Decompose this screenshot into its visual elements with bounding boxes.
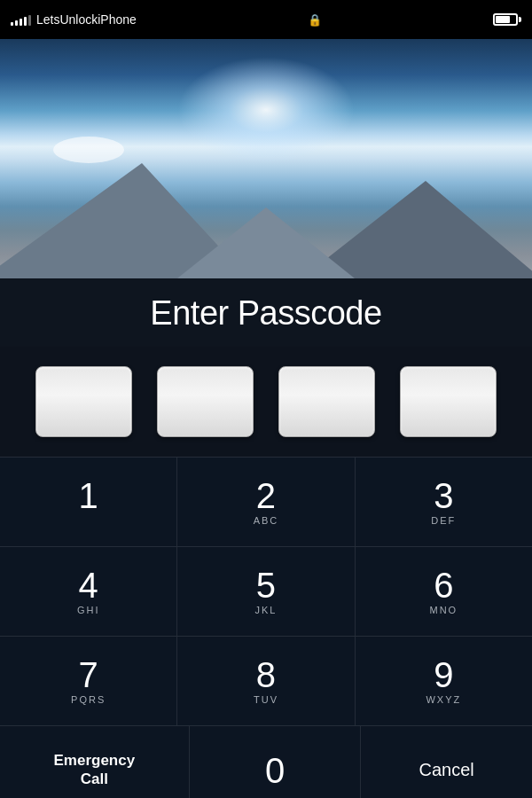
page-title: Enter Passcode (18, 294, 514, 332)
key-0-number: 0 (265, 753, 285, 788)
mountain-mid (177, 207, 355, 278)
passcode-entry-row (0, 347, 532, 457)
passcode-box-4 (400, 366, 497, 437)
key-2-letters: ABC (254, 515, 279, 526)
key-1-number: 1 (79, 478, 98, 513)
key-3-number: 3 (434, 478, 453, 513)
key-8[interactable]: 8 TUV (177, 637, 355, 725)
battery-icon (493, 13, 521, 26)
battery-fill (496, 16, 510, 23)
key-9[interactable]: 9 WXYZ (356, 637, 532, 725)
key-8-letters: TUV (254, 694, 278, 705)
signal-bar-2 (15, 20, 18, 26)
key-4-number: 4 (79, 567, 98, 603)
passcode-box-3 (278, 366, 375, 437)
key-4[interactable]: 4 GHI (0, 547, 177, 636)
snow-highlight (53, 137, 124, 163)
cancel-label: Cancel (419, 760, 474, 780)
key-3[interactable]: 3 DEF (356, 458, 532, 546)
battery-tip (519, 17, 521, 22)
key-7[interactable]: 7 PQRS (0, 637, 177, 725)
battery-body (493, 13, 518, 26)
keypad-row-1: 1 2 ABC 3 DEF (0, 457, 532, 546)
signal-bars (11, 13, 31, 26)
signal-bar-1 (11, 22, 13, 26)
sun-glow (177, 57, 355, 163)
title-area: Enter Passcode (0, 278, 532, 347)
signal-bar-5 (28, 15, 31, 26)
signal-bar-4 (24, 17, 27, 26)
key-4-letters: GHI (77, 605, 100, 615)
key-2-number: 2 (256, 478, 276, 513)
key-7-number: 7 (79, 657, 98, 692)
status-left: LetsUnlockiPhone (11, 12, 137, 27)
key-6-number: 6 (434, 567, 453, 603)
status-bar: LetsUnlockiPhone 🔒 (0, 0, 532, 39)
lock-icon: 🔒 (308, 13, 322, 27)
passcode-box-1 (35, 366, 132, 437)
key-1[interactable]: 1 (0, 458, 177, 546)
key-1-letters (86, 515, 90, 526)
keypad-row-3: 7 PQRS 8 TUV 9 WXYZ (0, 636, 532, 725)
cancel-button[interactable]: Cancel (361, 726, 532, 798)
key-5-letters: JKL (255, 605, 278, 615)
key-3-letters: DEF (431, 515, 456, 526)
key-5-number: 5 (256, 567, 276, 603)
signal-bar-3 (20, 19, 22, 26)
key-5[interactable]: 5 JKL (177, 547, 355, 636)
passcode-box-2 (157, 366, 254, 437)
key-0[interactable]: 0 (190, 726, 362, 798)
key-2[interactable]: 2 ABC (177, 458, 355, 546)
key-6[interactable]: 6 MNO (356, 547, 532, 636)
keypad-row-bottom: Emergency Call 0 Cancel (0, 725, 532, 798)
keypad: 1 2 ABC 3 DEF 4 GHI 5 JKL 6 MNO 7 PQRS (0, 457, 532, 798)
carrier-name: LetsUnlockiPhone (36, 12, 137, 27)
key-9-number: 9 (434, 657, 453, 692)
background-image (0, 39, 532, 278)
emergency-call-text: Emergency Call (54, 752, 136, 788)
key-6-letters: MNO (429, 605, 458, 615)
key-8-number: 8 (256, 657, 276, 692)
key-9-letters: WXYZ (426, 694, 461, 705)
key-7-letters: PQRS (71, 694, 106, 705)
keypad-row-2: 4 GHI 5 JKL 6 MNO (0, 546, 532, 636)
emergency-call-button[interactable]: Emergency Call (0, 726, 190, 798)
